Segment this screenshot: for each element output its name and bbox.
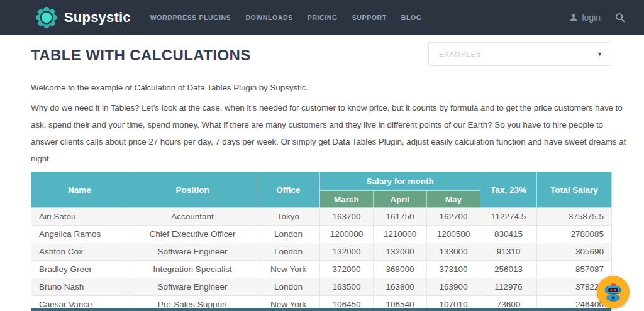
cell-march: 1200000 bbox=[320, 226, 374, 243]
examples-dropdown-value: EXAMPLES bbox=[439, 50, 481, 58]
cell-position: Integration Specialist bbox=[128, 261, 257, 278]
brand-name: Supsystic bbox=[64, 9, 131, 26]
cell-office: London bbox=[257, 278, 320, 296]
cell-tax: 91310 bbox=[480, 243, 537, 261]
header-may: May bbox=[427, 191, 480, 208]
cell-name: Ashton Cox bbox=[31, 243, 128, 261]
cell-tax: 112976 bbox=[480, 278, 537, 296]
cell-office: New York bbox=[257, 261, 320, 278]
cell-april: 368000 bbox=[374, 261, 427, 278]
description-line: answer clients calls about price 27 hour… bbox=[31, 133, 611, 150]
brand[interactable]: Supsystic bbox=[35, 6, 131, 30]
cell-office: London bbox=[257, 243, 320, 261]
examples-dropdown[interactable]: EXAMPLES ▼ bbox=[428, 42, 611, 66]
cell-name: Bruno Nash bbox=[31, 278, 128, 296]
cell-march: 163700 bbox=[320, 208, 374, 226]
cell-may: 162700 bbox=[427, 208, 480, 226]
cell-april: 1210000 bbox=[374, 226, 427, 243]
cell-position: Accountant bbox=[128, 208, 257, 226]
main-menu: WORDPRESS PLUGINSDOWNLOADSPRICINGSUPPORT… bbox=[150, 14, 422, 21]
cell-tax: 112274.5 bbox=[480, 208, 537, 226]
chevron-down-icon: ▼ bbox=[597, 52, 602, 57]
cell-march: 372000 bbox=[320, 261, 374, 278]
table-row: Angelica RamosChief Executive OfficerLon… bbox=[31, 226, 612, 243]
login-link[interactable]: login bbox=[569, 13, 601, 23]
header-salary-group: Salary for month bbox=[320, 172, 480, 191]
header-march: March bbox=[320, 191, 374, 208]
header-tax: Tax, 23% bbox=[480, 172, 537, 208]
cell-name: Airi Satou bbox=[31, 208, 128, 226]
page-title: TABLE WITH CALCULATIONS bbox=[31, 46, 251, 64]
cell-name: Angelica Ramos bbox=[31, 226, 128, 243]
table-footer-cutoff-strip bbox=[31, 308, 611, 311]
cell-april: 163800 bbox=[374, 278, 427, 296]
search-icon bbox=[615, 13, 625, 23]
nav-item-wordpress-plugins[interactable]: WORDPRESS PLUGINS bbox=[150, 14, 231, 21]
navbar-right: login bbox=[569, 12, 625, 23]
table-body: Airi SatouAccountantTokyo163700161750162… bbox=[31, 208, 612, 311]
nav-item-support[interactable]: SUPPORT bbox=[352, 14, 387, 21]
header-total-salary: Total Salary bbox=[537, 172, 612, 208]
cell-total: 857087 bbox=[537, 261, 612, 278]
header-office: Office bbox=[257, 172, 320, 208]
cell-tax: 256013 bbox=[480, 261, 537, 278]
table-row: Airi SatouAccountantTokyo163700161750162… bbox=[31, 208, 612, 226]
cell-tax: 830415 bbox=[480, 226, 537, 243]
chat-robot-icon bbox=[602, 281, 624, 303]
cell-office: Tokyo bbox=[257, 208, 320, 226]
content: TABLE WITH CALCULATIONS EXAMPLES ▼ Welco… bbox=[0, 42, 644, 311]
nav-divider bbox=[608, 12, 608, 23]
cell-may: 163900 bbox=[427, 278, 480, 296]
description-line: night. bbox=[31, 150, 611, 167]
description-line: Why do we need it in Tables? Let’s look … bbox=[31, 99, 611, 116]
header-april: April bbox=[374, 191, 427, 208]
cell-total: 375875.5 bbox=[537, 208, 612, 226]
cell-name: Bradley Greer bbox=[31, 261, 128, 278]
user-icon bbox=[569, 13, 578, 22]
intro-paragraph: Welcome to the example of Calculation of… bbox=[31, 83, 611, 92]
table-row: Bruno NashSoftware EngineerLondon1635001… bbox=[31, 278, 612, 296]
cell-april: 132000 bbox=[374, 243, 427, 261]
search-button[interactable] bbox=[615, 13, 625, 23]
table-row: Ashton CoxSoftware EngineerLondon1320001… bbox=[31, 243, 612, 261]
cell-april: 161750 bbox=[374, 208, 427, 226]
cell-position: Software Engineer bbox=[128, 243, 257, 261]
cell-march: 132000 bbox=[320, 243, 374, 261]
header-position: Position bbox=[128, 172, 257, 208]
nav-item-pricing[interactable]: PRICING bbox=[308, 14, 338, 21]
cell-may: 1200500 bbox=[427, 226, 480, 243]
supsystic-gear-icon bbox=[35, 6, 58, 30]
calculations-table: Name Position Office Salary for month Ta… bbox=[31, 172, 612, 311]
description-paragraph: Why do we need it in Tables? Let’s look … bbox=[31, 99, 611, 167]
chat-widget-button[interactable] bbox=[597, 276, 630, 308]
table-header: Name Position Office Salary for month Ta… bbox=[31, 172, 612, 208]
cell-may: 373100 bbox=[427, 261, 480, 278]
header-name: Name bbox=[31, 172, 128, 208]
cell-position: Chief Executive Officer bbox=[128, 226, 257, 243]
cell-total: 2780085 bbox=[537, 226, 612, 243]
cell-office: London bbox=[257, 226, 320, 243]
nav-item-downloads[interactable]: DOWNLOADS bbox=[245, 14, 292, 21]
cell-position: Software Engineer bbox=[128, 278, 257, 296]
description-line: ask, spend their and your time, spend mo… bbox=[31, 116, 611, 133]
nav-item-blog[interactable]: BLOG bbox=[401, 14, 422, 21]
table-row: Bradley GreerIntegration SpecialistNew Y… bbox=[31, 261, 612, 278]
cell-may: 133000 bbox=[427, 243, 480, 261]
cell-total: 305690 bbox=[537, 243, 612, 261]
login-label: login bbox=[582, 13, 601, 23]
cell-march: 163500 bbox=[320, 278, 374, 296]
navbar: Supsystic WORDPRESS PLUGINSDOWNLOADSPRIC… bbox=[0, 0, 644, 35]
